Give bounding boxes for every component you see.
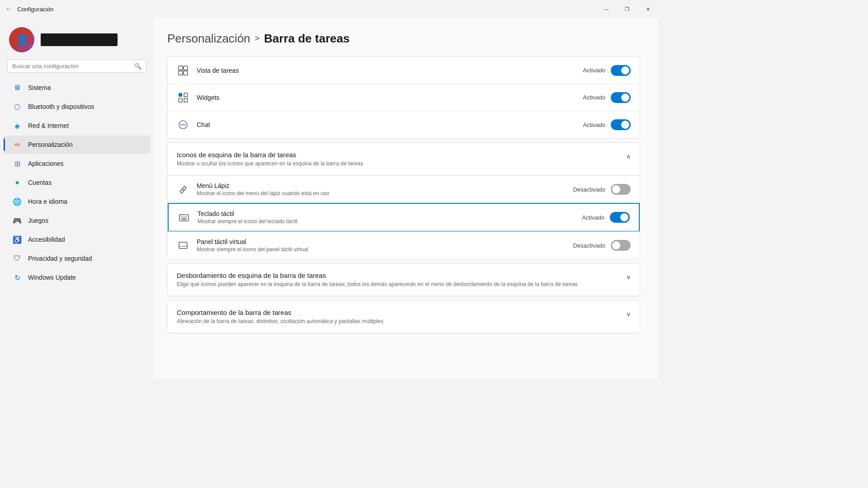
- setting-row-vista-tareas: Vista de tareas Activado: [168, 57, 640, 84]
- setting-text-block: Chat: [197, 121, 210, 128]
- titlebar-left: ← Configuración: [5, 5, 53, 13]
- sidebar-item-personalizacion[interactable]: ✏ Personalización: [4, 136, 150, 154]
- teclado-tactil-label: Teclado táctil: [198, 210, 297, 217]
- setting-row-left: Vista de tareas: [177, 64, 239, 77]
- vista-tareas-toggle[interactable]: [611, 65, 631, 76]
- profile-area: 👤: [0, 18, 154, 60]
- setting-row-left: Widgets: [177, 91, 220, 104]
- sidebar: 👤 🔍 🖥 Sistema ⬡ Bluetooth y dispositivos…: [0, 18, 154, 380]
- titlebar-controls: — ❐ ✕: [596, 0, 658, 18]
- setting-text-block: Teclado táctil Mostrar siempre el icono …: [198, 210, 297, 225]
- hora-icon: 🌐: [13, 197, 22, 206]
- setting-row-left: Menú Lápiz Mostrar el icono del menú del…: [177, 182, 330, 197]
- section-iconos: Iconos de esquina de la barra de tareas …: [167, 142, 640, 259]
- titlebar-title: Configuración: [17, 6, 53, 13]
- panel-tactil-toggle[interactable]: [611, 240, 631, 251]
- widgets-icon: [177, 91, 189, 104]
- sidebar-item-red[interactable]: ◈ Red & Internet: [4, 117, 150, 135]
- svg-rect-5: [184, 93, 188, 97]
- section-iconos-title: Iconos de esquina de la barra de tareas: [177, 151, 363, 159]
- teclado-tactil-toggle[interactable]: [610, 212, 630, 223]
- accesibilidad-icon: ♿: [13, 235, 22, 244]
- setting-text-block: Panel táctil virtual Mostrar siempre el …: [197, 238, 308, 253]
- privacidad-icon: 🛡: [13, 254, 22, 263]
- svg-point-9: [181, 124, 182, 126]
- svg-rect-6: [179, 99, 182, 102]
- menu-lapiz-icon: [177, 183, 189, 196]
- setting-row-menu-lapiz: Menú Lápiz Mostrar el icono del menú del…: [168, 175, 640, 203]
- vista-tareas-icon: [177, 64, 189, 77]
- setting-text-block: Widgets: [197, 94, 220, 101]
- section-iconos-header[interactable]: Iconos de esquina de la barra de tareas …: [168, 143, 640, 175]
- setting-row-right: Desactivado: [573, 184, 631, 195]
- sidebar-item-label: Accesibilidad: [28, 236, 65, 243]
- sidebar-item-hora[interactable]: 🌐 Hora e idioma: [4, 192, 150, 211]
- sidebar-item-aplicaciones[interactable]: ⊞ Aplicaciones: [4, 155, 150, 173]
- widgets-status: Activado: [583, 94, 605, 101]
- section-desbordamiento-desc: Elige qué iconos pueden aparecer en la e…: [177, 281, 578, 287]
- chat-icon: [177, 118, 189, 131]
- sidebar-item-label: Red & Internet: [28, 122, 69, 129]
- setting-row-left: Teclado táctil Mostrar siempre el icono …: [178, 210, 297, 225]
- sistema-icon: 🖥: [13, 83, 22, 92]
- sidebar-item-cuentas[interactable]: ● Cuentas: [4, 174, 150, 192]
- panel-tactil-status: Desactivado: [573, 242, 605, 249]
- setting-row-right: Activado: [583, 92, 631, 103]
- sidebar-item-accesibilidad[interactable]: ♿ Accesibilidad: [4, 230, 150, 249]
- content-area: Personalización > Barra de tareas Vista …: [154, 18, 658, 380]
- sidebar-item-privacidad[interactable]: 🛡 Privacidad y seguridad: [4, 249, 150, 267]
- section-iconos-desc: Mostrar u ocultar los iconos que aparece…: [177, 160, 363, 167]
- chevron-down-icon: ∨: [626, 273, 631, 281]
- setting-row-teclado-tactil: Teclado táctil Mostrar siempre el icono …: [168, 203, 640, 232]
- avatar[interactable]: 👤: [9, 27, 34, 52]
- teclado-tactil-desc: Mostrar siempre el icono del teclado tác…: [198, 218, 297, 225]
- search-icon: 🔍: [134, 63, 142, 70]
- search-input[interactable]: [12, 63, 131, 70]
- sidebar-item-label: Bluetooth y dispositivos: [28, 103, 94, 110]
- section-desbordamiento-header[interactable]: Desbordamiento de esquina de la barra de…: [168, 263, 640, 296]
- section-comportamiento-header[interactable]: Comportamiento de la barra de tareas Ali…: [168, 300, 640, 333]
- teclado-tactil-icon: [178, 211, 190, 224]
- setting-row-chat: Chat Activado: [168, 111, 640, 138]
- setting-row-right: Activado: [583, 65, 631, 76]
- section-header-text: Desbordamiento de esquina de la barra de…: [177, 272, 578, 287]
- setting-row-panel-tactil: Panel táctil virtual Mostrar siempre el …: [168, 231, 640, 259]
- setting-row-widgets: Widgets Activado: [168, 84, 640, 111]
- back-icon[interactable]: ←: [5, 5, 12, 13]
- widgets-label: Widgets: [197, 94, 220, 101]
- sidebar-item-bluetooth[interactable]: ⬡ Bluetooth y dispositivos: [4, 98, 150, 116]
- update-icon: ↻: [13, 273, 22, 282]
- svg-point-10: [183, 124, 184, 126]
- chat-toggle[interactable]: [611, 119, 631, 130]
- breadcrumb-current: Barra de tareas: [264, 32, 349, 46]
- vista-tareas-label: Vista de tareas: [197, 67, 239, 74]
- setting-row-left: Chat: [177, 118, 210, 131]
- setting-row-right: Activado: [583, 119, 631, 130]
- menu-lapiz-status: Desactivado: [573, 186, 605, 193]
- sidebar-item-sistema[interactable]: 🖥 Sistema: [4, 79, 150, 97]
- svg-point-11: [184, 124, 186, 126]
- close-button[interactable]: ✕: [637, 0, 658, 18]
- sidebar-item-juegos[interactable]: 🎮 Juegos: [4, 211, 150, 230]
- sidebar-item-label: Windows Update: [28, 274, 76, 281]
- personalizacion-icon: ✏: [13, 140, 22, 149]
- avatar-image: 👤: [9, 27, 34, 52]
- svg-rect-0: [179, 66, 183, 70]
- minimize-button[interactable]: —: [596, 0, 617, 18]
- setting-text-block: Vista de tareas: [197, 67, 239, 74]
- chevron-down-icon-2: ∨: [626, 310, 631, 318]
- setting-text-block: Menú Lápiz Mostrar el icono del menú del…: [197, 182, 330, 197]
- svg-rect-1: [184, 66, 188, 70]
- breadcrumb: Personalización > Barra de tareas: [167, 32, 640, 46]
- widgets-toggle[interactable]: [611, 92, 631, 103]
- svg-rect-20: [179, 242, 187, 249]
- breadcrumb-parent[interactable]: Personalización: [167, 32, 250, 46]
- chat-label: Chat: [197, 121, 210, 128]
- maximize-button[interactable]: ❐: [617, 0, 637, 18]
- top-settings-group: Vista de tareas Activado Widgets: [167, 56, 640, 139]
- menu-lapiz-toggle[interactable]: [611, 184, 631, 195]
- sidebar-item-update[interactable]: ↻ Windows Update: [4, 268, 150, 286]
- section-desbordamiento-title: Desbordamiento de esquina de la barra de…: [177, 272, 578, 279]
- vista-tareas-status: Activado: [583, 67, 605, 74]
- search-box[interactable]: 🔍: [7, 60, 146, 73]
